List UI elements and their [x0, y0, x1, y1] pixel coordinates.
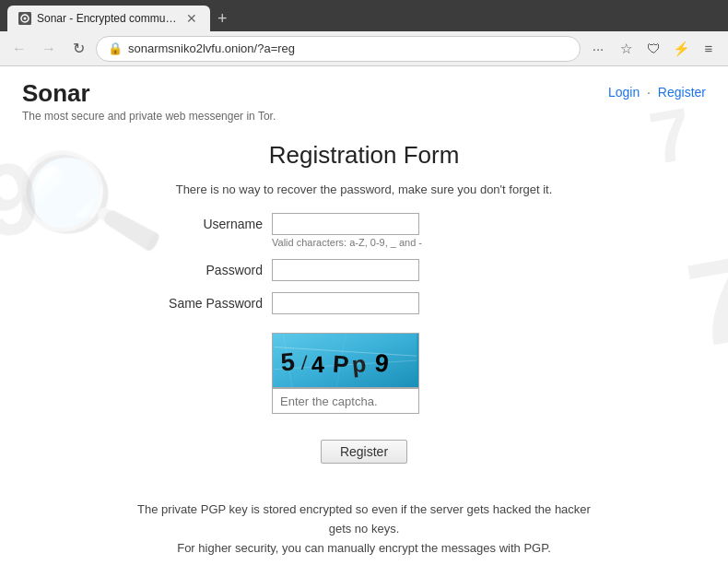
- username-row: Username Valid characters: a-Z, 0-9, _ a…: [152, 213, 576, 248]
- browser-chrome: Sonar - Encrypted communica... ✕ + ← → ↻…: [0, 0, 728, 66]
- captcha-svg: 5 / 4 P p 9: [273, 334, 418, 387]
- svg-text:9: 9: [373, 349, 390, 378]
- address-bar[interactable]: 🔒 sonarmsniko2lvfu.onion/?a=reg: [96, 36, 581, 62]
- nav-separator: ·: [647, 85, 651, 100]
- username-label: Username: [152, 213, 272, 231]
- captcha-image: 5 / 4 P p 9: [272, 333, 419, 388]
- same-password-label: Same Password: [152, 292, 272, 311]
- nav-bar: ← → ↻ 🔒 sonarmsniko2lvfu.onion/?a=reg ··…: [0, 31, 728, 66]
- tab-title: Sonar - Encrypted communica...: [37, 12, 179, 25]
- shield-button[interactable]: 🛡: [641, 37, 665, 61]
- warning-text: There is no way to recover the password,…: [176, 182, 553, 196]
- password-label: Password: [152, 259, 272, 277]
- same-password-field-wrap: [272, 292, 419, 314]
- svg-text:5: 5: [279, 347, 296, 376]
- password-row: Password: [152, 259, 576, 281]
- tab-bar: Sonar - Encrypted communica... ✕ +: [0, 0, 728, 31]
- same-password-row: Same Password: [152, 292, 576, 314]
- header-nav: Login · Register: [608, 79, 706, 100]
- forward-button[interactable]: →: [37, 37, 61, 61]
- register-btn-row: Register: [152, 440, 576, 464]
- same-password-input[interactable]: [272, 292, 419, 314]
- svg-text:p: p: [350, 350, 367, 377]
- login-link[interactable]: Login: [608, 85, 640, 100]
- form-title: Registration Form: [269, 141, 460, 170]
- url-text: sonarmsniko2lvfu.onion/?a=reg: [128, 41, 569, 55]
- svg-point-2: [24, 18, 27, 20]
- register-link[interactable]: Register: [658, 85, 706, 100]
- captcha-row: 5 / 4 P p 9: [152, 325, 576, 425]
- register-button[interactable]: Register: [321, 440, 407, 464]
- username-input[interactable]: [272, 213, 419, 235]
- main-content: Registration Form There is no way to rec…: [0, 132, 728, 565]
- svg-text:4: 4: [311, 351, 324, 378]
- logo-title: Sonar: [22, 79, 276, 108]
- captcha-input[interactable]: [272, 388, 419, 414]
- svg-text:P: P: [332, 350, 349, 379]
- page-content: 🔍 9 7 7 Sonar The most secure and privat…: [0, 66, 728, 565]
- back-button[interactable]: ←: [7, 37, 31, 61]
- captcha-area: 5 / 4 P p 9: [272, 333, 419, 414]
- more-tools-button[interactable]: ···: [586, 37, 610, 61]
- site-header: Sonar The most secure and private web me…: [0, 66, 728, 132]
- tab-close-button[interactable]: ✕: [184, 11, 199, 26]
- nav-icons-right: ··· ☆ 🛡 ⚡ ≡: [586, 37, 721, 61]
- lock-icon: 🔒: [108, 41, 123, 55]
- menu-button[interactable]: ≡: [697, 37, 721, 61]
- username-hint: Valid characters: a-Z, 0-9, _ and -: [272, 237, 422, 248]
- tab-favicon: [18, 12, 31, 25]
- pgp-notice-line2: For higher security, you can manually en…: [124, 539, 604, 559]
- username-field-wrap: Valid characters: a-Z, 0-9, _ and -: [272, 213, 422, 248]
- pgp-notice: The private PGP key is stored encrypted …: [124, 500, 604, 558]
- bookmark-button[interactable]: ☆: [614, 37, 638, 61]
- active-tab[interactable]: Sonar - Encrypted communica... ✕: [7, 6, 210, 31]
- site-logo: Sonar The most secure and private web me…: [22, 79, 276, 123]
- pgp-notice-line1: The private PGP key is stored encrypted …: [124, 500, 604, 539]
- new-tab-button[interactable]: +: [210, 10, 235, 27]
- password-field-wrap: [272, 259, 419, 281]
- logo-subtitle: The most secure and private web messenge…: [22, 110, 276, 123]
- registration-form: Username Valid characters: a-Z, 0-9, _ a…: [18, 213, 710, 464]
- extensions-button[interactable]: ⚡: [669, 37, 693, 61]
- reload-button[interactable]: ↻: [66, 37, 90, 61]
- password-input[interactable]: [272, 259, 419, 281]
